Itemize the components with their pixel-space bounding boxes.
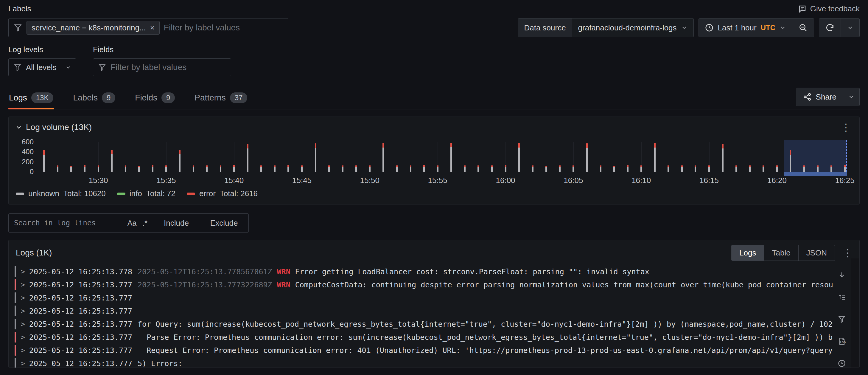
volume-bar-15:30[interactable] bbox=[98, 166, 99, 172]
include-button[interactable]: Include bbox=[153, 219, 199, 228]
log-row[interactable]: > 2025-05-12 16:25:13.777 Request Error:… bbox=[14, 344, 833, 357]
volume-bar-15:28[interactable] bbox=[70, 166, 72, 172]
volume-bar-15:43[interactable] bbox=[274, 166, 276, 172]
volume-bar-15:53[interactable] bbox=[410, 166, 411, 172]
log-row[interactable]: > 2025-05-12 16:25:13.778 2025-05-12T16:… bbox=[14, 265, 833, 278]
expand-row-icon[interactable]: > bbox=[21, 307, 25, 315]
volume-bar-16:17[interactable] bbox=[736, 166, 737, 172]
share-menu-button[interactable] bbox=[843, 88, 859, 106]
logs-scrollbar[interactable] bbox=[851, 258, 859, 368]
volume-bar-16:20[interactable] bbox=[776, 166, 778, 172]
volume-bar-16:01[interactable] bbox=[518, 143, 520, 172]
log-row[interactable]: > 2025-05-12 16:25:13.777 5) Errors: bbox=[14, 357, 833, 368]
volume-bar-15:40[interactable] bbox=[233, 165, 235, 172]
labels-filter-box[interactable]: service_name = k8s-monitoring... × bbox=[8, 18, 288, 37]
volume-bar-15:59[interactable] bbox=[491, 166, 493, 172]
volume-bar-16:08[interactable] bbox=[613, 166, 615, 172]
volume-bar-15:31[interactable] bbox=[111, 150, 113, 172]
scroll-to-bottom-icon[interactable] bbox=[837, 271, 847, 279]
expand-row-icon[interactable]: > bbox=[21, 359, 25, 367]
volume-bar-16:23[interactable] bbox=[817, 166, 818, 172]
volume-bar-16:25[interactable] bbox=[844, 165, 846, 172]
volume-bar-16:10[interactable] bbox=[641, 166, 642, 172]
volume-bar-16:04[interactable] bbox=[559, 166, 561, 172]
time-range-button[interactable]: Last 1 hour UTC bbox=[699, 19, 792, 37]
zoom-out-button[interactable] bbox=[792, 19, 814, 37]
log-row[interactable]: > 2025-05-12 16:25:13.777 bbox=[14, 291, 833, 305]
volume-bar-16:09[interactable] bbox=[627, 165, 628, 172]
volume-bar-15:32[interactable] bbox=[125, 166, 126, 172]
expand-row-icon[interactable]: > bbox=[21, 281, 25, 289]
case-sensitivity-button[interactable]: Aa bbox=[127, 219, 137, 227]
logs-panel-menu-icon[interactable]: ⋮ bbox=[841, 248, 855, 258]
volume-bar-16:12[interactable] bbox=[668, 166, 669, 172]
volume-bar-16:07[interactable] bbox=[600, 166, 601, 172]
expand-row-icon[interactable]: > bbox=[21, 268, 25, 276]
labels-filter-input[interactable] bbox=[164, 23, 283, 32]
tab-logs[interactable]: Logs 13K bbox=[8, 91, 54, 109]
legend-label[interactable]: info bbox=[130, 189, 142, 198]
legend-label[interactable]: unknown bbox=[28, 189, 59, 198]
volume-bar-15:34[interactable] bbox=[152, 165, 153, 172]
chart-plot-area[interactable] bbox=[37, 142, 851, 172]
volume-bar-15:29[interactable] bbox=[84, 165, 86, 172]
datasource-value-button[interactable]: grafanacloud-demoinfra-logs bbox=[572, 19, 693, 37]
volume-bar-16:18[interactable] bbox=[749, 166, 751, 172]
volume-bar-15:56[interactable] bbox=[451, 143, 452, 172]
log-row[interactable]: > 2025-05-12 16:25:13.777 for Query: sum… bbox=[14, 317, 833, 330]
sort-order-icon[interactable] bbox=[837, 293, 847, 301]
volume-bar-15:46[interactable] bbox=[315, 143, 316, 172]
time-selection-region[interactable] bbox=[784, 140, 847, 172]
volume-bar-16:13[interactable] bbox=[681, 166, 683, 172]
volume-bar-16:11[interactable] bbox=[654, 143, 656, 172]
volume-bar-15:50[interactable] bbox=[369, 166, 371, 172]
history-clock-icon[interactable] bbox=[837, 359, 847, 368]
share-button[interactable]: Share bbox=[796, 88, 843, 106]
volume-bar-16:00[interactable] bbox=[505, 165, 506, 172]
log-row[interactable]: > 2025-05-12 16:25:13.777 2025-05-12T16:… bbox=[14, 278, 833, 291]
volume-bar-16:22[interactable] bbox=[803, 166, 805, 172]
volume-bar-15:47[interactable] bbox=[328, 166, 330, 172]
volume-bar-15:42[interactable] bbox=[260, 166, 262, 172]
volume-bar-15:39[interactable] bbox=[220, 166, 221, 172]
volume-bar-15:45[interactable] bbox=[301, 166, 303, 172]
expand-row-icon[interactable]: > bbox=[21, 294, 25, 302]
volume-bar-15:26[interactable] bbox=[43, 150, 45, 172]
expand-row-icon[interactable]: > bbox=[21, 346, 25, 354]
fields-filter-box[interactable] bbox=[93, 58, 231, 76]
exclude-button[interactable]: Exclude bbox=[199, 219, 249, 228]
volume-bar-16:19[interactable] bbox=[763, 166, 764, 172]
expand-row-icon[interactable]: > bbox=[21, 320, 25, 328]
tab-labels[interactable]: Labels 9 bbox=[72, 91, 116, 109]
volume-bar-16:03[interactable] bbox=[546, 166, 547, 172]
legend-label[interactable]: error bbox=[199, 189, 216, 198]
log-volume-collapse[interactable]: Log volume (13K) bbox=[15, 122, 92, 132]
volume-bar-15:44[interactable] bbox=[287, 165, 289, 172]
volume-bar-15:38[interactable] bbox=[206, 166, 208, 172]
volume-bar-16:24[interactable] bbox=[831, 166, 832, 172]
volume-bar-15:27[interactable] bbox=[57, 166, 58, 172]
search-input[interactable] bbox=[14, 219, 122, 227]
panel-menu-icon[interactable]: ⋮ bbox=[839, 122, 853, 132]
log-file-icon[interactable]: LOG bbox=[837, 337, 847, 345]
volume-bar-15:33[interactable] bbox=[138, 166, 140, 172]
volume-bar-15:48[interactable] bbox=[342, 166, 343, 172]
volume-bar-15:54[interactable] bbox=[423, 165, 425, 172]
give-feedback-button[interactable]: Give feedback bbox=[798, 4, 860, 13]
regex-button[interactable]: .* bbox=[143, 219, 148, 227]
log-levels-select[interactable]: All levels bbox=[8, 58, 76, 76]
volume-bar-15:55[interactable] bbox=[437, 166, 438, 172]
view-toggle-table[interactable]: Table bbox=[764, 245, 798, 261]
label-filter-chip[interactable]: service_name = k8s-monitoring... × bbox=[27, 21, 160, 35]
log-row[interactable]: > 2025-05-12 16:25:13.777 Parse Error: P… bbox=[14, 330, 833, 344]
view-toggle-json[interactable]: JSON bbox=[798, 245, 835, 261]
volume-bar-15:41[interactable] bbox=[247, 144, 248, 172]
refresh-button[interactable] bbox=[819, 19, 841, 37]
fields-filter-input[interactable] bbox=[111, 63, 226, 72]
tab-patterns[interactable]: Patterns 37 bbox=[194, 91, 248, 109]
volume-bar-16:06[interactable] bbox=[586, 143, 588, 172]
volume-bar-15:51[interactable] bbox=[382, 143, 384, 172]
chip-close-icon[interactable]: × bbox=[150, 23, 155, 32]
volume-bar-16:05[interactable] bbox=[572, 166, 574, 172]
volume-bar-16:15[interactable] bbox=[708, 166, 710, 172]
